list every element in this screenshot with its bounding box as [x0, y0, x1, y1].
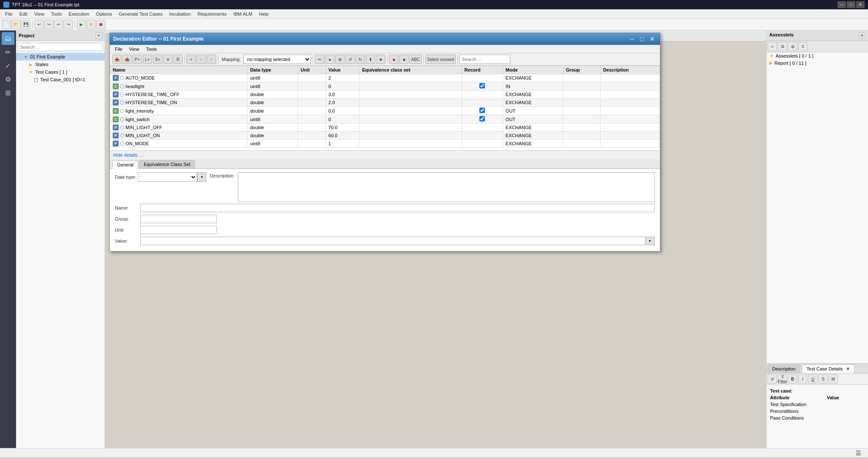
record-checkbox[interactable] — [479, 116, 485, 122]
nav-project-icon[interactable]: 🗂 — [2, 32, 14, 45]
value-expand-button[interactable]: ▾ — [645, 237, 655, 245]
value-input[interactable] — [140, 237, 645, 245]
table-row[interactable]: P MIN_LIGHT_OFF double 70.0 EXCHANGE — [110, 124, 660, 132]
status-nav-icon[interactable]: ☰ — [852, 447, 865, 459]
cell-record[interactable] — [462, 107, 503, 115]
cell-record[interactable] — [462, 140, 503, 148]
dialog-menu-tools[interactable]: Tools — [142, 46, 160, 53]
menu-ibm-alm[interactable]: IBM ALM — [230, 11, 256, 17]
menu-options[interactable]: Options — [92, 11, 115, 17]
decl-rename-button[interactable]: R — [173, 55, 183, 64]
br-tab-description[interactable]: Description — [768, 365, 800, 373]
tc-underline-button[interactable]: U — [808, 374, 818, 384]
datatype-combo[interactable]: ▾ — [138, 172, 206, 182]
dialog-maximize-button[interactable]: □ — [638, 35, 646, 43]
sidebar-item-testcase001[interactable]: 📋 Test Case_001 [ ID=1 — [16, 76, 105, 83]
table-row[interactable]: C light_switch uint8 0 OUT — [110, 115, 660, 124]
menu-execution[interactable]: Execution — [65, 11, 92, 17]
tc-strike-button[interactable]: S — [818, 374, 828, 384]
name-input[interactable] — [140, 204, 655, 212]
nav-gear-icon[interactable]: ⚙ — [2, 73, 14, 86]
decl-minus-button[interactable]: − — [197, 55, 206, 64]
menu-generate[interactable]: Generate Test Cases — [115, 11, 166, 17]
unit-input[interactable] — [140, 226, 217, 234]
btab-eqclassset[interactable]: Equivalence Class Set — [139, 160, 195, 169]
dialog-menu-file[interactable]: File — [111, 46, 126, 53]
save-button[interactable]: 💾 — [21, 20, 31, 29]
decl-add-param-button[interactable]: P+ — [133, 55, 142, 64]
mapping-btn4[interactable]: ↻ — [356, 55, 365, 64]
table-row[interactable]: P ON_MODE uint8 1 EXCHANGE — [110, 140, 660, 148]
dialog-menu-view[interactable]: View — [126, 46, 143, 53]
menu-incubation[interactable]: Incubation — [166, 11, 194, 17]
decl-up-button[interactable]: ↑ — [207, 55, 216, 64]
mapping-btn5[interactable]: ⬆ — [366, 55, 375, 64]
record-checkbox[interactable] — [479, 108, 485, 113]
assesslets-add-button[interactable]: + — [768, 42, 777, 51]
tc-bold-button[interactable]: B — [788, 374, 797, 384]
sidebar-close-button[interactable]: ✕ — [95, 32, 102, 39]
menu-file[interactable]: File — [2, 11, 16, 17]
decl-plus-button[interactable]: + — [186, 55, 196, 64]
cell-record[interactable] — [462, 74, 503, 82]
decl-add-local-button[interactable]: L+ — [143, 55, 152, 64]
table-row[interactable]: C light_intensity double 0.0 OUT — [110, 107, 660, 115]
sidebar-item-states[interactable]: ▶ States — [16, 61, 105, 68]
menu-requirements[interactable]: Requirements — [194, 11, 230, 17]
datatype-select[interactable] — [138, 172, 197, 182]
datatype-combo-btn[interactable]: ▾ — [197, 172, 206, 182]
sidebar-search-input[interactable] — [18, 43, 103, 51]
cell-record[interactable] — [462, 124, 503, 132]
group-input[interactable] — [140, 215, 217, 223]
table-row[interactable]: C headlight uint8 0 IN — [110, 82, 660, 91]
cell-record[interactable] — [462, 115, 503, 124]
mapping-select[interactable]: no mapping selected — [243, 55, 311, 64]
dialog-title-bar[interactable]: Declaration Editor -- 01 First Example ─… — [110, 33, 660, 45]
undo2-button[interactable]: ↩ — [54, 20, 63, 29]
dialog-minimize-button[interactable]: ─ — [628, 35, 636, 43]
record-checkbox[interactable] — [479, 83, 485, 88]
mapping-btn1[interactable]: ● — [325, 55, 334, 64]
br-tab-close-icon[interactable]: ✕ — [846, 366, 850, 371]
tc-italic-button[interactable]: I — [798, 374, 807, 384]
sidebar-item-first-example[interactable]: ▼ 01 First Example — [16, 53, 105, 61]
table-row[interactable]: P AUTO_MODE uint8 2 EXCHANGE — [110, 74, 660, 82]
assesslets-filter-button[interactable]: ⧖ — [798, 42, 807, 51]
select-unused-button[interactable]: Select unused — [426, 55, 456, 64]
menu-tools[interactable]: Tools — [47, 11, 65, 17]
run-button[interactable]: ▶ — [77, 20, 86, 29]
nav-edit-icon[interactable]: ✏ — [2, 46, 14, 58]
window-controls[interactable]: ─ □ ✕ — [837, 1, 865, 8]
nav-grid-icon[interactable]: ⊞ — [2, 86, 14, 99]
btab-general[interactable]: General — [112, 160, 138, 169]
assesslets-copy-button[interactable]: ⧉ — [778, 42, 787, 51]
table-row[interactable]: P HYSTERESE_TIME_ON double 2.0 EXCHANGE — [110, 99, 660, 107]
sidebar-item-testcases[interactable]: ▼ Test Cases [ 1 ] — [16, 68, 105, 76]
decl-add-special-button[interactable]: S+ — [153, 55, 162, 64]
dialog-close-button[interactable]: ✕ — [648, 35, 657, 43]
assesslet-item-1[interactable]: ▶ Report [ 0 / 11 ] — [767, 59, 868, 66]
mapping-red-btn[interactable]: ■ — [389, 55, 398, 64]
menu-view[interactable]: View — [31, 11, 48, 17]
tc-refresh-button[interactable]: ↺ — [768, 374, 777, 384]
assesslets-gear-button[interactable]: ⚙ — [788, 42, 797, 51]
decl-add-input-button[interactable]: 📥 — [112, 55, 122, 64]
mapping-btn2[interactable]: ⊕ — [335, 55, 345, 64]
hide-details-link[interactable]: Hide details ... — [110, 150, 660, 159]
mapping-grn-btn[interactable]: ■ — [399, 55, 409, 64]
tc-mono-button[interactable]: M — [829, 374, 838, 384]
decl-add-output-button[interactable]: 📤 — [122, 55, 132, 64]
br-tab-testcase-details[interactable]: Test Case Details ✕ — [802, 365, 854, 373]
description-textarea[interactable] — [238, 172, 655, 202]
stop-button[interactable]: ⏹ — [96, 20, 106, 29]
menu-edit[interactable]: Edit — [16, 11, 31, 17]
mapping-btn6[interactable]: ★ — [376, 55, 385, 64]
mapping-abc-btn[interactable]: ABC — [409, 55, 422, 64]
open-button[interactable]: 📂 — [11, 20, 21, 29]
new-button[interactable]: 📄 — [2, 20, 11, 29]
assesslets-close-button[interactable]: ✕ — [859, 32, 865, 39]
dialog-search-input[interactable] — [459, 55, 510, 64]
close-button[interactable]: ✕ — [856, 1, 865, 8]
maximize-button[interactable]: □ — [847, 1, 855, 8]
redo2-button[interactable]: ↪ — [64, 20, 73, 29]
